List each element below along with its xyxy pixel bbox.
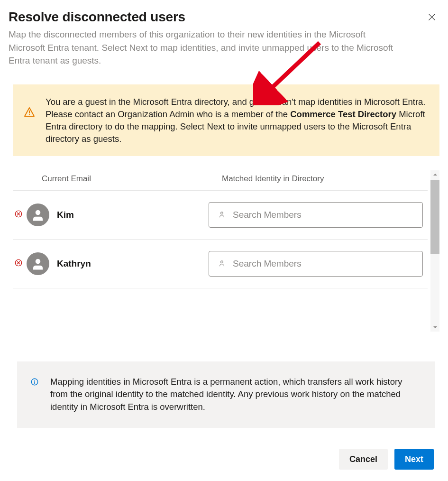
person-search-icon [218, 211, 226, 219]
svg-rect-1 [29, 114, 30, 115]
avatar [27, 204, 49, 226]
search-members-input[interactable] [233, 259, 414, 269]
person-search-icon [218, 259, 226, 268]
person-icon [31, 208, 45, 222]
user-mapping-list: Current Email Matched Identity in Direct… [13, 170, 439, 332]
guest-warning-text: You are a guest in the Microsoft Entra d… [46, 96, 427, 146]
scrollbar[interactable] [430, 170, 439, 332]
person-icon [31, 257, 45, 271]
user-name: Kim [57, 210, 209, 220]
scrollbar-thumb[interactable] [430, 180, 439, 254]
dialog-title: Resolve disconnected users [9, 9, 185, 25]
next-button[interactable]: Next [394, 449, 434, 470]
svg-rect-10 [34, 379, 35, 380]
close-icon [427, 12, 437, 22]
cancel-button[interactable]: Cancel [339, 449, 388, 470]
scroll-down-arrow-icon[interactable] [430, 324, 439, 331]
mapping-info-banner: Mapping identities in Microsoft Entra is… [17, 361, 435, 428]
column-current-email: Current Email [42, 174, 222, 184]
svg-point-7 [221, 261, 223, 263]
svg-rect-9 [34, 381, 35, 383]
avatar [27, 252, 49, 275]
guest-warning-banner: You are a guest in the Microsoft Entra d… [13, 84, 439, 156]
mapping-info-text: Mapping identities in Microsoft Entra is… [50, 376, 419, 414]
dialog-footer: Cancel Next [9, 449, 439, 470]
scroll-up-arrow-icon[interactable] [430, 171, 439, 178]
dialog-header: Resolve disconnected users [9, 9, 439, 26]
user-row: Kathryn [13, 240, 428, 288]
resolve-disconnected-users-dialog: Resolve disconnected users Map the disco… [0, 0, 448, 481]
search-members-input[interactable] [233, 210, 414, 220]
warning-icon [24, 106, 35, 120]
remove-user-button[interactable] [13, 209, 24, 221]
column-matched-identity: Matched Identity in Directory [222, 174, 428, 184]
dialog-subtitle: Map the disconnected members of this org… [9, 28, 397, 67]
search-members-combobox[interactable] [209, 251, 423, 277]
close-button[interactable] [424, 9, 439, 26]
remove-icon [14, 259, 23, 267]
search-members-combobox[interactable] [209, 202, 423, 228]
remove-user-button[interactable] [13, 258, 24, 269]
directory-name: Commerce Test Directory [290, 109, 396, 119]
remove-icon [14, 210, 23, 218]
user-row: Kim [13, 191, 428, 240]
svg-point-3 [36, 210, 41, 215]
svg-point-6 [36, 259, 41, 264]
user-name: Kathryn [57, 259, 209, 269]
info-icon [30, 378, 39, 388]
column-headers: Current Email Matched Identity in Direct… [13, 170, 428, 191]
svg-point-4 [221, 212, 223, 214]
svg-rect-0 [29, 111, 30, 113]
